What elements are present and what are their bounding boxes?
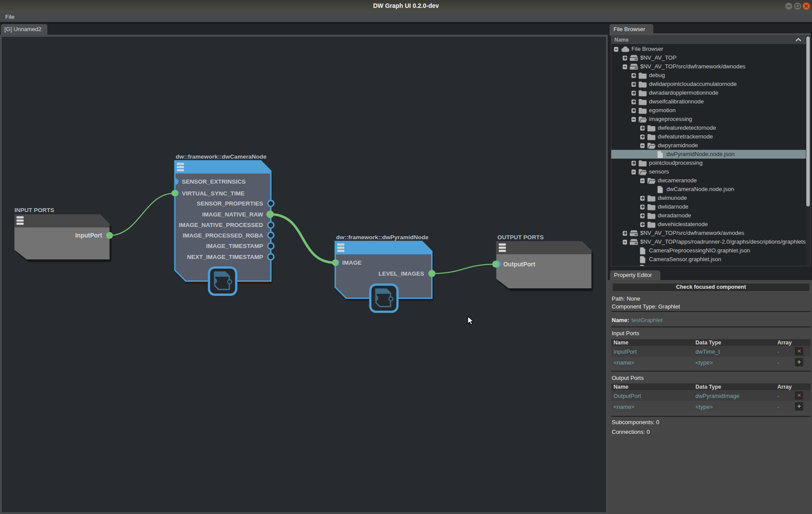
- svg-text:NEXT_IMAGE_TIMESTAMP: NEXT_IMAGE_TIMESTAMP: [187, 254, 263, 260]
- svg-text:IMAGE_NATIVE_PROCESSED: IMAGE_NATIVE_PROCESSED: [179, 222, 263, 228]
- svg-text:IMAGE_TIMESTAMP: IMAGE_TIMESTAMP: [206, 243, 263, 249]
- svg-text:INPUT PORTS: INPUT PORTS: [14, 207, 54, 213]
- svg-text:OutputPort: OutputPort: [504, 261, 535, 268]
- svg-text:SENSOR_PROPERTIES: SENSOR_PROPERTIES: [197, 200, 263, 207]
- svg-text:IMAGE: IMAGE: [342, 259, 362, 266]
- svg-text:dw::framework::dwCameraNode: dw::framework::dwCameraNode: [176, 153, 267, 160]
- svg-text:VIRTUAL_SYNC_TIME: VIRTUAL_SYNC_TIME: [182, 190, 245, 197]
- svg-text:OUTPUT PORTS: OUTPUT PORTS: [497, 234, 544, 241]
- svg-text:dw::framework::dwPyramidNode: dw::framework::dwPyramidNode: [336, 234, 429, 241]
- svg-text:InputPort: InputPort: [75, 232, 103, 239]
- svg-text:IMAGE_NATIVE_RAW: IMAGE_NATIVE_RAW: [202, 211, 263, 218]
- svg-text:SENSOR_EXTRINSICS: SENSOR_EXTRINSICS: [182, 178, 246, 185]
- svg-text:IMAGE_PROCESSED_RGBA: IMAGE_PROCESSED_RGBA: [183, 232, 263, 239]
- svg-text:LEVEL_IMAGES: LEVEL_IMAGES: [379, 270, 424, 277]
